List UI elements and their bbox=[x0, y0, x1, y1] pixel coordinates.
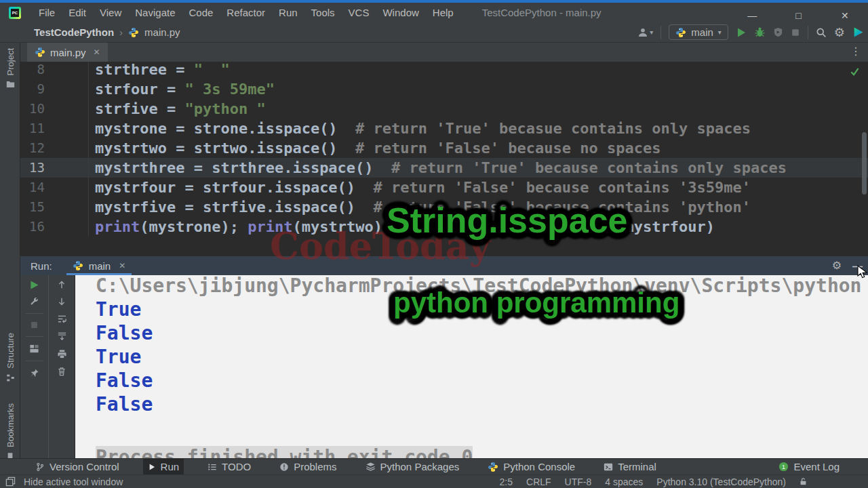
jump-down-button[interactable] bbox=[57, 297, 66, 306]
toolbar-right: ▾ main ▾ ⚙ bbox=[637, 22, 864, 42]
hide-tool-window-label[interactable]: Hide active tool window bbox=[24, 476, 123, 487]
menu-item-vcs[interactable]: VCS bbox=[342, 3, 376, 22]
code-segment-code: mystrfive = strfive.isspace() bbox=[95, 199, 355, 216]
coverage-button[interactable] bbox=[773, 27, 783, 37]
soft-wrap-button[interactable] bbox=[57, 314, 67, 324]
status-indent-setting[interactable]: 4 spaces bbox=[605, 476, 643, 487]
line-number: 8 bbox=[20, 62, 45, 79]
tool-window-button-python-console[interactable]: Python Console bbox=[483, 459, 580, 474]
menu-item-edit[interactable]: Edit bbox=[62, 3, 93, 22]
status-caret-position[interactable]: 2:5 bbox=[500, 476, 513, 487]
run-settings-wrench-icon[interactable] bbox=[29, 296, 39, 306]
run-tab-close-icon[interactable]: ✕ bbox=[119, 261, 125, 270]
tab-options-more-icon[interactable]: ⋮ bbox=[850, 45, 861, 58]
tool-window-button-run[interactable]: Run bbox=[143, 459, 184, 474]
readonly-lock-icon[interactable] bbox=[800, 477, 807, 486]
status-line-ending[interactable]: CRLF bbox=[526, 476, 551, 487]
code-segment-builtin: print bbox=[400, 218, 445, 235]
code-line[interactable]: 9strfour = " 3s 59me" bbox=[20, 79, 868, 99]
hide-tool-windows-icon[interactable] bbox=[5, 476, 16, 487]
breadcrumb-project[interactable]: TestCodePython bbox=[34, 26, 114, 38]
menu-item-tools[interactable]: Tools bbox=[304, 3, 342, 22]
tool-strip-button-structure[interactable]: Structure bbox=[0, 333, 20, 382]
code-line[interactable]: 11mystrone = strone.isspace() # return '… bbox=[20, 119, 868, 138]
gutter bbox=[45, 197, 89, 217]
user-account-button[interactable]: ▾ bbox=[637, 27, 653, 38]
inspection-ok-check-icon[interactable] bbox=[850, 66, 860, 77]
scroll-to-end-button[interactable] bbox=[57, 331, 67, 342]
gutter bbox=[45, 99, 89, 119]
menu-item-help[interactable]: Help bbox=[426, 3, 460, 22]
line-number: 11 bbox=[20, 119, 45, 138]
tool-strip-button-bookmarks[interactable]: Bookmarks bbox=[0, 403, 20, 461]
run-configuration-select[interactable]: main ▾ bbox=[669, 24, 728, 40]
code-segment-code: (mystrtwo); bbox=[292, 218, 400, 235]
menu-item-code[interactable]: Code bbox=[182, 3, 220, 22]
run-tab-main[interactable]: main ✕ bbox=[66, 256, 132, 275]
jump-up-button[interactable] bbox=[57, 280, 66, 289]
run-panel-settings-gear-button[interactable]: ⚙ bbox=[832, 260, 842, 271]
rerun-button[interactable] bbox=[29, 280, 39, 290]
menu-item-refactor[interactable]: Refactor bbox=[220, 3, 272, 22]
code-segment-builtin: print bbox=[248, 218, 292, 235]
toolbar-separator bbox=[660, 26, 661, 39]
restore-layout-button[interactable] bbox=[29, 344, 39, 354]
print-console-button[interactable] bbox=[57, 349, 67, 359]
dropdown-arrow-icon: ▾ bbox=[718, 28, 722, 36]
console-line: True bbox=[75, 298, 868, 321]
menu-item-window[interactable]: Window bbox=[376, 3, 425, 22]
code-line[interactable]: 13mystrthree = strthree.isspace() # retu… bbox=[20, 158, 868, 178]
run-button[interactable] bbox=[736, 27, 747, 38]
tool-window-button-python-packages[interactable]: Python Packages bbox=[361, 459, 465, 474]
run-console[interactable]: C:\Users\jibjung\PycharmProjects\TestCod… bbox=[75, 275, 868, 458]
code-line[interactable]: 15mystrfive = strfive.isspace() # return… bbox=[20, 197, 868, 217]
code-segment-code: mystrthree = strthree.isspace() bbox=[95, 159, 374, 176]
gutter bbox=[45, 217, 89, 237]
menu-item-view[interactable]: View bbox=[93, 3, 128, 22]
search-everywhere-button[interactable] bbox=[816, 27, 827, 38]
run-panel-header: Run: main ✕ ⚙ — bbox=[20, 256, 868, 275]
code-segment-comment: # return 'False' because contains 'pytho… bbox=[355, 199, 751, 216]
settings-gear-button[interactable]: ⚙ bbox=[834, 26, 845, 39]
tool-window-button-label: Python Packages bbox=[380, 461, 460, 472]
structure-icon bbox=[6, 373, 15, 382]
chevron-right-icon: › bbox=[119, 26, 123, 38]
tool-window-buttons: Version ControlRunTODOProblemsPython Pac… bbox=[31, 459, 868, 474]
ide-feature-icon[interactable] bbox=[852, 26, 864, 38]
stop-button bbox=[30, 321, 39, 329]
tool-window-button-version-control[interactable]: Version Control bbox=[31, 459, 124, 474]
code-line[interactable]: 14mystrfour = strfour.isspace() # return… bbox=[20, 178, 868, 197]
tool-window-button-event-log[interactable]: 1Event Log bbox=[774, 459, 844, 474]
event-log-badge-icon: 1 bbox=[778, 462, 789, 472]
code-line[interactable]: 12mystrtwo = strtwo.isspace() # return '… bbox=[20, 138, 868, 158]
status-python-interpreter[interactable]: Python 3.10 (TestCodePython) bbox=[656, 476, 786, 487]
tool-window-button-problems[interactable]: Problems bbox=[275, 459, 341, 474]
packages-icon bbox=[366, 462, 376, 472]
code-segment-str: " 3s 59me" bbox=[184, 81, 274, 98]
code-editor[interactable]: 8strthree = " "9strfour = " 3s 59me"10st… bbox=[20, 62, 868, 256]
tab-close-icon[interactable]: ✕ bbox=[94, 47, 100, 57]
debug-button[interactable] bbox=[754, 26, 766, 38]
run-panel-body: C:\Users\jibjung\PycharmProjects\TestCod… bbox=[20, 275, 868, 458]
code-line[interactable]: 10strfive = "python " bbox=[20, 99, 868, 119]
tab-main-py[interactable]: main.py ✕ bbox=[27, 43, 108, 62]
menu-item-run[interactable]: Run bbox=[272, 3, 304, 22]
code-line[interactable]: 8strthree = " " bbox=[20, 62, 868, 79]
menu-item-navigate[interactable]: Navigate bbox=[128, 3, 182, 22]
editor-scrollbar[interactable] bbox=[862, 132, 867, 195]
tool-window-button-todo[interactable]: TODO bbox=[203, 459, 256, 474]
tool-window-button-terminal[interactable]: Terminal bbox=[599, 459, 661, 474]
left-tool-strip: ProjectStructureBookmarks bbox=[0, 43, 20, 458]
clear-console-button[interactable] bbox=[57, 367, 66, 376]
pin-tab-button[interactable] bbox=[29, 368, 39, 378]
code-segment-code: mystrone = strone.isspace() bbox=[95, 120, 338, 137]
breadcrumb-file[interactable]: main.py bbox=[144, 26, 180, 38]
code-line[interactable]: 16print(mystrone); print(mystrtwo); prin… bbox=[20, 217, 868, 237]
tool-strip-button-project[interactable]: Project bbox=[0, 48, 20, 88]
terminal-icon bbox=[604, 462, 613, 472]
menu-item-file[interactable]: File bbox=[32, 3, 62, 22]
status-file-encoding[interactable]: UTF-8 bbox=[565, 476, 592, 487]
gutter bbox=[45, 62, 89, 79]
stop-button[interactable] bbox=[791, 28, 800, 37]
code-text: mystrtwo = strtwo.isspace() # return 'Fa… bbox=[89, 138, 660, 158]
